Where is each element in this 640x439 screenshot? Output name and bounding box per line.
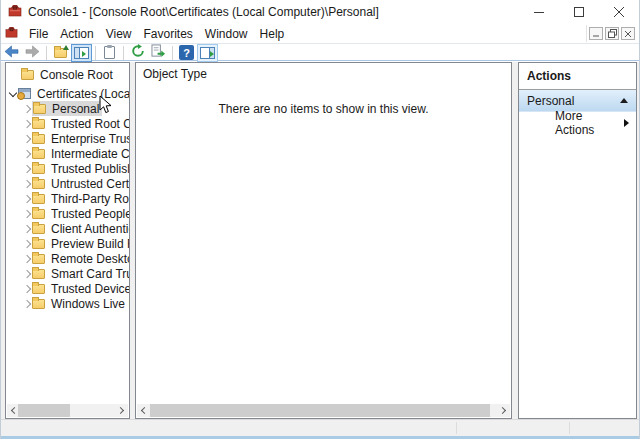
tree-item-trusted-devices[interactable]: Trusted Devices [6,281,129,296]
folder-icon [32,209,45,219]
chevron-right-icon[interactable] [22,208,32,220]
mdi-separator [586,25,587,42]
mdi-restore-button[interactable] [605,27,619,40]
scrollbar-thumb[interactable] [150,404,490,417]
folder-icon [32,299,45,309]
chevron-right-icon[interactable] [22,298,32,310]
status-divider [569,422,570,434]
mdi-minimize-button[interactable] [589,27,603,40]
folder-icon [32,254,45,264]
menu-file[interactable]: File [23,25,54,43]
up-one-level-button[interactable] [51,45,70,61]
folder-icon [21,70,34,80]
minimize-button[interactable] [519,0,559,24]
folder-icon [32,194,45,204]
toolbar: ? [1,45,639,61]
folder-icon [32,134,45,144]
menu-bar: File Action View Favorites Window Help [1,24,639,44]
toolbar-separator [172,46,173,60]
folder-icon [32,284,45,294]
scroll-right-icon[interactable] [499,406,508,415]
chevron-right-icon[interactable] [22,148,32,160]
tree-item-trusted-root[interactable]: Trusted Root Cer [6,116,129,131]
scrollbar-thumb[interactable] [18,404,70,417]
show-hide-action-pane-button[interactable] [198,45,217,61]
more-actions-label: More Actions [555,109,624,137]
maximize-button[interactable] [559,0,599,24]
back-button[interactable] [2,45,21,61]
tree-item-untrusted[interactable]: Untrusted Certifi [6,176,129,191]
tree-item-preview-build[interactable]: Preview Build Ro [6,236,129,251]
certificates-icon [18,88,31,99]
actions-panel-title: Actions [519,63,636,90]
tree-item-console-root[interactable]: Console Root [6,67,129,82]
toolbar-separator [95,46,96,60]
menu-help[interactable]: Help [254,25,291,43]
tree-item-trusted-people[interactable]: Trusted People [6,206,129,221]
tree-item-remote-desktop[interactable]: Remote Desktop [6,251,129,266]
chevron-right-icon[interactable] [22,118,32,130]
tree-item-trusted-publishers[interactable]: Trusted Publishe [6,161,129,176]
column-header-object-type[interactable]: Object Type [143,67,207,81]
menu-favorites[interactable]: Favorites [138,25,199,43]
mmc-toolbox-icon [5,26,18,42]
export-list-button[interactable] [149,45,168,61]
console-tree-icon [74,47,89,59]
folder-icon [33,104,46,114]
window-title: Console1 - [Console Root\Certificates (L… [28,5,379,19]
show-hide-console-tree-button[interactable] [72,45,91,61]
folder-icon [32,239,45,249]
clipboard-icon [104,46,115,59]
status-divider [456,422,457,434]
paste-button[interactable] [100,45,119,61]
chevron-right-icon[interactable] [22,253,32,265]
scroll-right-icon[interactable] [117,406,126,415]
chevron-right-icon[interactable] [22,193,32,205]
folder-icon [32,149,45,159]
chevron-right-icon[interactable] [22,238,32,250]
chevron-right-icon[interactable] [22,283,32,295]
folder-icon [32,119,45,129]
mmc-toolbox-icon [8,4,22,21]
refresh-button[interactable] [128,45,147,61]
tree-item-client-auth[interactable]: Client Authentic [6,221,129,236]
empty-view-message: There are no items to show in this view. [136,102,511,116]
tree-item-windows-live-id[interactable]: Windows Live ID [6,296,129,311]
back-icon [4,45,19,61]
results-horizontal-scrollbar[interactable] [137,404,510,417]
chevron-right-icon[interactable] [22,103,32,115]
export-list-icon [151,44,166,61]
menu-view[interactable]: View [100,25,138,43]
forward-button[interactable] [23,45,42,61]
folder-icon [32,224,45,234]
chevron-right-icon[interactable] [22,178,32,190]
scroll-left-icon[interactable] [9,406,18,415]
tree-item-intermediate[interactable]: Intermediate Cer [6,146,129,161]
results-panel: Object Type There are no items to show i… [135,62,512,419]
forward-icon [25,45,40,61]
chevron-right-icon[interactable] [22,163,32,175]
chevron-right-icon[interactable] [22,133,32,145]
menu-window[interactable]: Window [199,25,254,43]
workspace: Console Root Certificates (Local C Perso… [1,62,639,419]
chevron-right-icon[interactable] [22,268,32,280]
mdi-close-button[interactable] [621,27,635,40]
more-actions-item[interactable]: More Actions [519,112,636,134]
up-one-level-icon [54,48,67,58]
tree-item-third-party[interactable]: Third-Party Root [6,191,129,206]
title-bar[interactable]: Console1 - [Console Root\Certificates (L… [1,0,639,24]
collapse-arrow-icon[interactable] [620,98,628,103]
help-button[interactable]: ? [177,45,196,61]
action-pane-icon [200,47,215,59]
tree-item-smart-card[interactable]: Smart Card Trust [6,266,129,281]
chevron-right-icon[interactable] [22,223,32,235]
tree-item-enterprise-trust[interactable]: Enterprise Trust [6,131,129,146]
toolbar-separator [46,46,47,60]
scroll-left-icon[interactable] [139,406,148,415]
submenu-arrow-icon [624,119,629,127]
close-button[interactable] [599,0,639,24]
mmc-window: Console1 - [Console Root\Certificates (L… [0,0,640,439]
help-icon: ? [179,45,194,60]
tree-horizontal-scrollbar[interactable] [7,404,128,417]
menu-action[interactable]: Action [54,25,99,43]
